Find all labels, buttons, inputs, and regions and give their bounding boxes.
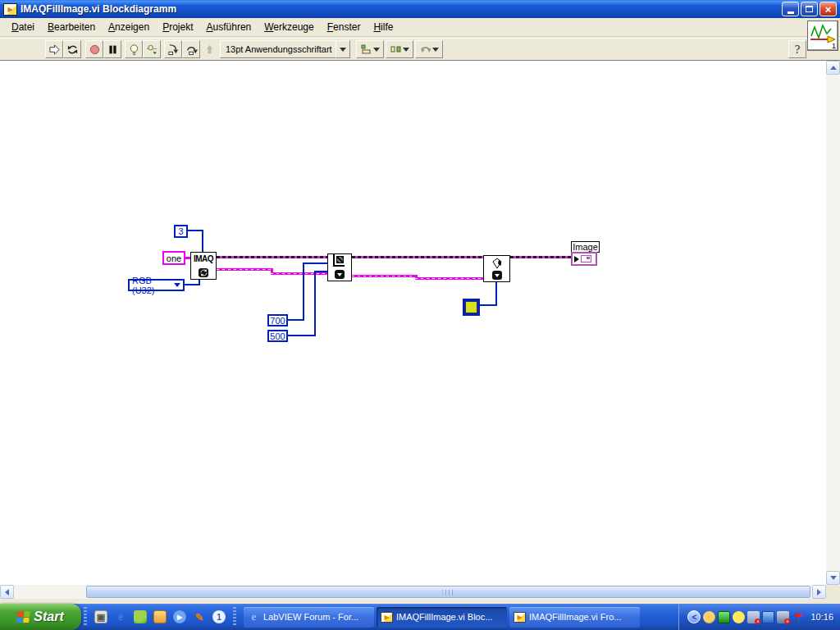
folder-icon[interactable]	[153, 610, 167, 623]
imaq-set-image-size-node[interactable]	[327, 253, 352, 281]
menu-ausfuehren[interactable]: Ausführen	[200, 19, 258, 35]
scroll-up-button[interactable]	[826, 61, 840, 75]
show-desktop-icon[interactable]: ▣	[94, 610, 107, 623]
constant-700-value: 700	[270, 316, 285, 326]
imaq-create-node[interactable]: IMAQ	[190, 252, 217, 280]
messenger-icon[interactable]	[134, 610, 147, 623]
retain-wire-values-button[interactable]	[143, 40, 161, 58]
toolbar: 13pt Anwendungsschriftart ?	[0, 38, 840, 61]
wire-magenta-4[interactable]	[415, 277, 483, 280]
menu-bearbeiten[interactable]: Bearbeiten	[41, 19, 102, 35]
restore-button[interactable]	[801, 2, 818, 16]
quick-launch-separator	[84, 607, 87, 627]
step-over-button[interactable]	[182, 40, 200, 58]
wire-magenta-3[interactable]	[352, 275, 418, 277]
font-selector[interactable]: 13pt Anwendungsschriftart	[220, 40, 336, 58]
image-indicator-terminal[interactable]	[571, 252, 597, 266]
numeric-constant-700[interactable]: 700	[267, 314, 288, 326]
start-button[interactable]: Start	[0, 604, 81, 630]
menu-datei[interactable]: Datei	[5, 19, 41, 35]
align-objects-icon	[361, 44, 372, 54]
scroll-down-button[interactable]	[826, 571, 840, 585]
distribute-objects-button[interactable]	[386, 40, 413, 58]
close-icon: ×	[825, 4, 832, 15]
wire-magenta-2[interactable]	[271, 272, 327, 275]
wire-700-v[interactable]	[303, 262, 304, 321]
user-offline-icon[interactable]: x	[747, 611, 760, 623]
constant-500-value: 500	[270, 331, 285, 341]
menu-projekt[interactable]: Projekt	[156, 19, 199, 35]
wire-700-h2[interactable]	[303, 262, 327, 264]
tray-app-icon-monkey[interactable]	[703, 611, 715, 623]
constant-one-value: one	[167, 253, 181, 263]
imaq-fill-image-node[interactable]	[483, 255, 510, 282]
wire-image-1[interactable]	[217, 256, 327, 258]
media-player-icon[interactable]: ▶	[173, 610, 186, 623]
remote-pc-icon[interactable]	[762, 611, 774, 623]
labview-vi-icon: ▶	[381, 612, 393, 623]
task-label: IMAQFillImage.vi Fro...	[529, 612, 621, 622]
task-frontpanel[interactable]: ▶ IMAQFillImage.vi Fro...	[509, 607, 640, 628]
run-button[interactable]	[45, 40, 63, 58]
set-image-size-badge-icon	[335, 270, 345, 279]
numeric-constant-3[interactable]: 3	[174, 225, 188, 238]
smiley-icon[interactable]	[733, 611, 745, 623]
close-button[interactable]: ×	[819, 2, 837, 16]
wire-image-3[interactable]	[510, 256, 572, 258]
minimize-icon	[788, 11, 794, 14]
wire-700-h1[interactable]	[288, 319, 304, 321]
wire-image-2[interactable]	[352, 256, 483, 258]
wire-color-h[interactable]	[480, 304, 497, 306]
image-indicator-label[interactable]: Image	[571, 241, 600, 253]
network-monitor-icon[interactable]	[718, 611, 730, 623]
chevron-up-icon	[830, 66, 837, 70]
image-type-enum[interactable]: RGB (U32)	[128, 279, 185, 291]
internet-explorer-icon[interactable]: e	[114, 610, 127, 623]
menu-werkzeuge[interactable]: Werkzeuge	[258, 19, 320, 35]
menu-anzeigen[interactable]: Anzeigen	[102, 19, 156, 35]
avira-umbrella-icon[interactable]: ☂	[792, 611, 804, 623]
task-labview-forum[interactable]: e LabVIEW Forum - For...	[244, 607, 374, 628]
scroll-right-button[interactable]	[812, 585, 826, 599]
font-selector-dropdown-button[interactable]	[336, 40, 350, 58]
vertical-scrollbar[interactable]	[826, 61, 840, 585]
menu-hilfe[interactable]: Hilfe	[367, 19, 399, 35]
menu-fenster[interactable]: Fenster	[321, 19, 368, 35]
start-label: Start	[34, 609, 63, 624]
wire-magenta-1[interactable]	[217, 268, 273, 271]
scroll-left-button[interactable]	[0, 585, 14, 599]
context-help-button[interactable]: ?	[788, 40, 806, 58]
wire-blue-3-v[interactable]	[202, 230, 203, 252]
wire-500-v[interactable]	[314, 271, 316, 336]
network-disconnected-icon[interactable]: x	[777, 611, 789, 623]
hide-tray-icons-button[interactable]: <	[687, 610, 701, 623]
block-diagram-canvas[interactable]: 3 one IMAQ RGB (U32) 700 500	[0, 61, 826, 585]
wire-500-h2[interactable]	[314, 271, 327, 272]
horizontal-scrollbar[interactable]	[0, 585, 826, 599]
horizontal-scroll-thumb[interactable]	[86, 586, 810, 598]
step-into-button[interactable]	[164, 40, 182, 58]
run-continuously-button[interactable]	[63, 40, 81, 58]
abort-button[interactable]	[85, 40, 103, 58]
enum-dropdown-icon	[174, 283, 180, 287]
set-image-size-icon	[336, 256, 344, 263]
paint-brush-icon[interactable]: ✎	[193, 610, 206, 623]
wire-color-v[interactable]	[495, 282, 497, 306]
color-box-constant[interactable]	[463, 299, 480, 316]
pause-button[interactable]	[103, 40, 121, 58]
minimize-button[interactable]	[782, 2, 799, 16]
one-note-icon[interactable]: 1	[212, 610, 226, 623]
highlight-execution-button[interactable]	[125, 40, 143, 58]
task-blockdiagram[interactable]: ▶ IMAQFillImage.vi Bloc...	[377, 607, 507, 628]
wire-500-h1[interactable]	[288, 335, 316, 336]
menu-bar: Datei Bearbeiten Anzeigen Projekt Ausfüh…	[0, 18, 840, 37]
chevron-down-icon	[373, 48, 380, 52]
chevron-down-icon	[340, 48, 346, 52]
step-out-button[interactable]	[200, 40, 218, 58]
string-constant-one[interactable]: one	[162, 251, 185, 265]
imaq-create-badge-icon	[199, 268, 208, 277]
numeric-constant-500[interactable]: 500	[267, 330, 288, 342]
reorder-objects-button[interactable]	[415, 40, 443, 58]
align-objects-button[interactable]	[356, 40, 384, 58]
wire-enum-v[interactable]	[199, 280, 200, 285]
